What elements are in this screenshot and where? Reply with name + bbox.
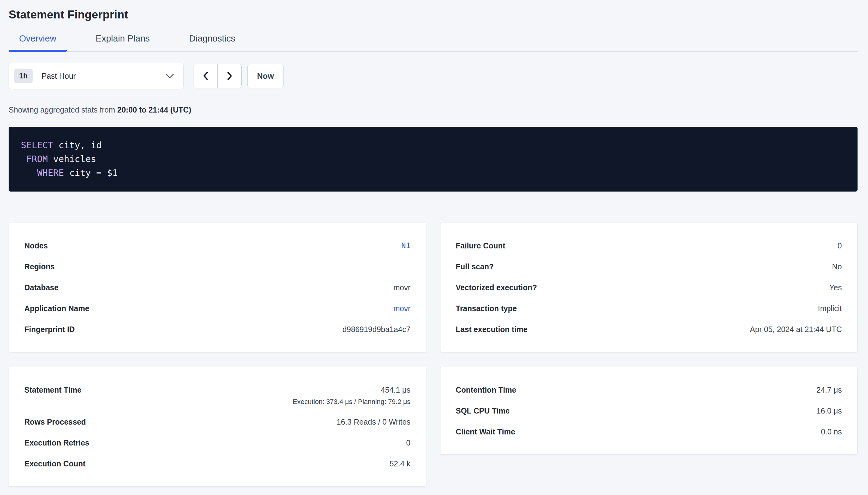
- tab-explain-plans[interactable]: Explain Plans: [85, 33, 160, 51]
- database-value: movr: [393, 282, 411, 293]
- time-step-button-group: [194, 64, 242, 88]
- transaction-type-label: Transaction type: [456, 303, 517, 313]
- vectorized-execution-value: Yes: [829, 282, 842, 293]
- client-wait-time-label: Client Wait Time: [456, 426, 515, 437]
- chevron-left-icon: [202, 71, 209, 81]
- details-card-left: NodesN1RegionsDatabasemovrApplication Na…: [9, 223, 426, 352]
- summary-grid: NodesN1RegionsDatabasemovrApplication Na…: [9, 223, 857, 487]
- vectorized-execution-label: Vectorized execution?: [456, 282, 537, 293]
- summary-row-full-scan: Full scan?No: [456, 256, 842, 277]
- transaction-type-value: Implicit: [818, 303, 842, 313]
- caption-range: 20:00 to 21:44 (UTC): [117, 105, 191, 114]
- execution-count-value: 52.4 k: [389, 458, 410, 469]
- sql-statement: SELECT city, id FROM vehicles WHERE city…: [9, 127, 857, 191]
- execution-retries-value: 0: [406, 438, 411, 448]
- next-range-button[interactable]: [218, 64, 241, 88]
- full-scan-label: Full scan?: [456, 261, 494, 272]
- summary-row-fingerprint-id: Fingerprint IDd986919d9ba1a4c7: [24, 319, 411, 340]
- chevron-right-icon: [226, 71, 233, 81]
- fingerprint-id-value: d986919d9ba1a4c7: [342, 324, 410, 335]
- time-interval-badge: 1h: [14, 69, 33, 83]
- full-scan-value: No: [832, 261, 842, 272]
- time-toolbar: 1h Past Hour Now: [9, 63, 857, 89]
- tab-bar: OverviewExplain PlansDiagnostics: [9, 33, 857, 52]
- summary-row-database: Databasemovr: [24, 277, 411, 298]
- summary-row-statement-time: Statement Time454.1 μsExecution: 373.4 μ…: [24, 379, 411, 411]
- time-range-label: Past Hour: [42, 72, 76, 81]
- last-execution-time-value: Apr 05, 2024 at 21:44 UTC: [750, 324, 842, 335]
- client-wait-time-value: 0.0 ns: [821, 426, 842, 437]
- sql-cpu-time-label: SQL CPU Time: [456, 406, 510, 416]
- sql-line: WHERE city = $1: [21, 166, 845, 180]
- sql-line: FROM vehicles: [21, 152, 845, 166]
- rows-processed-label: Rows Processed: [24, 416, 86, 427]
- summary-row-contention-time: Contention Time24.7 μs: [456, 379, 842, 400]
- tab-overview[interactable]: Overview: [9, 33, 67, 51]
- summary-row-application-name: Application Namemovr: [24, 298, 411, 319]
- rows-processed-value: 16.3 Reads / 0 Writes: [337, 416, 411, 427]
- statement-fingerprint-page: Statement Fingerprint OverviewExplain Pl…: [0, 0, 868, 487]
- summary-row-client-wait-time: Client Wait Time0.0 ns: [456, 421, 842, 442]
- statement-time-label: Statement Time: [24, 385, 82, 395]
- page-title: Statement Fingerprint: [9, 8, 857, 21]
- failure-count-label: Failure Count: [456, 240, 505, 251]
- fingerprint-id-label: Fingerprint ID: [24, 324, 75, 335]
- tab-diagnostics[interactable]: Diagnostics: [179, 33, 246, 51]
- summary-row-regions: Regions: [24, 256, 411, 277]
- last-execution-time-label: Last execution time: [456, 324, 528, 335]
- nodes-label: Nodes: [24, 240, 48, 251]
- database-label: Database: [24, 282, 59, 293]
- application-name-link[interactable]: movr: [393, 303, 411, 313]
- summary-row-nodes: NodesN1: [24, 235, 411, 256]
- sql-cpu-time-value: 16.0 μs: [816, 406, 842, 416]
- time-range-dropdown[interactable]: 1h Past Hour: [9, 63, 183, 89]
- statement-time-breakdown: Execution: 373.4 μs / Planning: 79.2 μs: [293, 397, 410, 407]
- summary-row-vectorized-execution: Vectorized execution?Yes: [456, 277, 842, 298]
- chevron-down-icon: [166, 73, 174, 79]
- summary-row-execution-count: Execution Count52.4 k: [24, 453, 411, 474]
- sql-line: SELECT city, id: [21, 138, 845, 152]
- contention-time-label: Contention Time: [456, 385, 517, 395]
- stats-card-right: Contention Time24.7 μsSQL CPU Time16.0 μ…: [440, 367, 858, 455]
- details-card-right: Failure Count0Full scan?NoVectorized exe…: [440, 223, 858, 352]
- summary-row-execution-retries: Execution Retries0: [24, 432, 411, 453]
- nodes-link[interactable]: N1: [401, 240, 410, 251]
- application-name-label: Application Name: [24, 303, 89, 313]
- regions-label: Regions: [24, 261, 55, 272]
- stats-card-left: Statement Time454.1 μsExecution: 373.4 μ…: [9, 367, 426, 487]
- failure-count-value: 0: [837, 240, 842, 251]
- execution-count-label: Execution Count: [24, 458, 85, 469]
- aggregated-stats-caption: Showing aggregated stats from 20:00 to 2…: [9, 105, 857, 114]
- summary-row-transaction-type: Transaction typeImplicit: [456, 298, 842, 319]
- caption-prefix: Showing aggregated stats from: [9, 105, 115, 114]
- prev-range-button[interactable]: [194, 64, 218, 88]
- contention-time-value: 24.7 μs: [816, 385, 842, 395]
- summary-row-last-execution-time: Last execution timeApr 05, 2024 at 21:44…: [456, 319, 842, 340]
- summary-row-failure-count: Failure Count0: [456, 235, 842, 256]
- now-button[interactable]: Now: [247, 64, 283, 88]
- summary-row-sql-cpu-time: SQL CPU Time16.0 μs: [456, 400, 842, 421]
- execution-retries-label: Execution Retries: [24, 438, 89, 448]
- summary-row-rows-processed: Rows Processed16.3 Reads / 0 Writes: [24, 411, 411, 432]
- statement-time-value: 454.1 μs: [293, 385, 410, 395]
